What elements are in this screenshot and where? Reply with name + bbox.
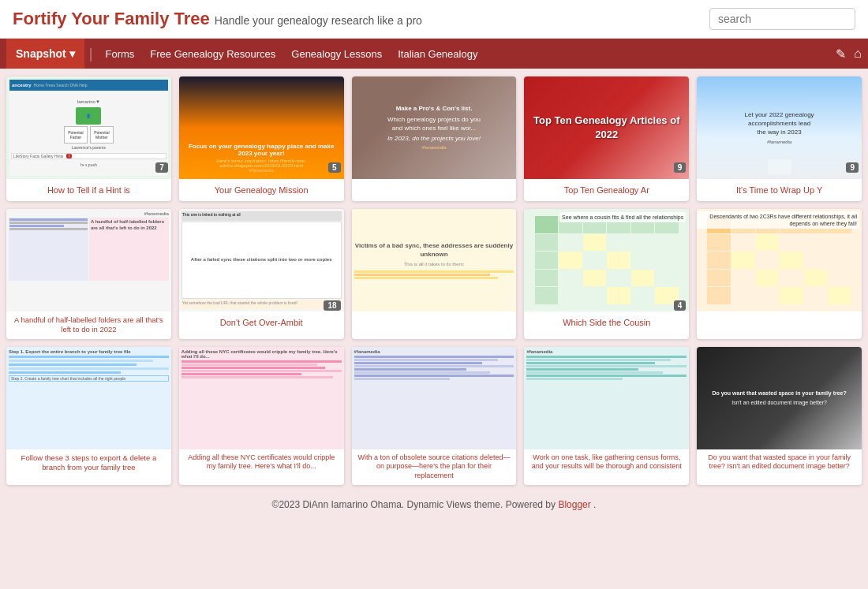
footer-blogger-link[interactable]: Blogger — [558, 499, 590, 510]
site-title-sub: Handle your genealogy research like a pr… — [215, 14, 422, 27]
card-hint[interactable]: ancestry Home Trees Search DNA Help lama… — [6, 76, 171, 201]
edit-icon[interactable]: ✎ — [836, 47, 846, 62]
footer-end: . — [593, 499, 596, 510]
page-header: Fortify Your Family Tree Handle your gen… — [0, 0, 868, 39]
card-13-title: With a ton of obsolete source citations … — [352, 449, 517, 485]
card-1-badge: 7 — [155, 162, 168, 173]
card-bad-sync[interactable]: Victims of a bad sync, these addresses a… — [352, 209, 517, 339]
site-title-main: Fortify Your Family Tree — [13, 9, 210, 29]
footer-text: ©2023 DiAnn Iamarino Ohama. Dynamic View… — [272, 499, 556, 510]
card-3-title — [352, 179, 517, 201]
snapshot-button[interactable]: Snapshot ▾ — [6, 39, 84, 69]
card-4-badge: 9 — [674, 162, 687, 173]
nav-item-forms[interactable]: Forms — [97, 42, 142, 66]
card-5-badge: 9 — [846, 162, 859, 173]
card-top-ten[interactable]: Top Ten Genealogy Articles of 2022 9 Top… — [524, 76, 689, 201]
card-pros-cons[interactable]: Make a Pro's & Con's list. Which genealo… — [352, 76, 517, 201]
nav-item-lessons[interactable]: Genealogy Lessons — [283, 42, 390, 66]
card-mission[interactable]: Focus on your genealogy happy place and … — [179, 76, 344, 201]
card-10-title — [697, 311, 862, 334]
card-9-badge: 4 — [674, 300, 687, 311]
main-content: ancestry Home Trees Search DNA Help lama… — [0, 69, 868, 493]
card-census[interactable]: #fanamedia Work on one task, like gather… — [524, 347, 689, 485]
home-icon[interactable]: ⌂ — [854, 47, 862, 62]
card-folders[interactable]: #fanamedia A handful of half-labelled fo… — [6, 209, 171, 339]
nav-item-italian[interactable]: Italian Genealogy — [390, 42, 485, 66]
navigation-bar: Snapshot ▾ | Forms Free Genealogy Resour… — [0, 39, 868, 69]
search-input[interactable] — [709, 8, 855, 30]
card-document[interactable]: Do you want that wasted space in your fa… — [697, 347, 862, 485]
card-7-title: Don't Get Over-Ambit — [179, 311, 344, 334]
card-wrap-up[interactable]: Let your 2022 genealogy accomplishments … — [697, 76, 862, 201]
card-descendants[interactable]: Descendants of two 2C3Rs have different … — [697, 209, 862, 339]
card-4-title: Top Ten Genealogy Ar — [524, 179, 689, 201]
card-15-title: Do you want that wasted space in your fa… — [697, 449, 862, 475]
card-export[interactable]: Step 1. Export the entire branch to your… — [6, 347, 171, 485]
chevron-icon: ▾ — [69, 47, 75, 60]
card-14-title: Work on one task, like gathering census … — [524, 449, 689, 475]
card-nyc[interactable]: Adding all these NYC certificates would … — [179, 347, 344, 485]
nav-item-free-genealogy[interactable]: Free Genealogy Resources — [142, 42, 283, 66]
card-11-title: Follow these 3 steps to export & delete … — [6, 449, 171, 477]
card-5-title: It's Time to Wrap Up Y — [697, 179, 862, 201]
card-8-title — [352, 311, 517, 334]
card-7-badge: 18 — [324, 300, 340, 311]
nav-actions: ✎ ⌂ — [836, 47, 862, 62]
nav-divider: | — [89, 46, 93, 62]
card-12-title: Adding all these NYC certificates would … — [179, 449, 344, 475]
snapshot-label: Snapshot — [16, 47, 66, 60]
card-cousin-chart[interactable]: See where a cousin fits & find all the r… — [524, 209, 689, 339]
card-sources[interactable]: #fanamedia With a ton of obsolete source… — [352, 347, 517, 485]
card-1-title: How to Tell if a Hint is — [6, 179, 171, 201]
cards-grid: ancestry Home Trees Search DNA Help lama… — [6, 76, 862, 485]
card-6-title: A handful of half-labelled folders are a… — [6, 311, 171, 339]
card-2-badge: 5 — [328, 162, 341, 173]
card-overambit[interactable]: This one is linked to nothing at all Aft… — [179, 209, 344, 339]
card-9-title: Which Side the Cousin — [524, 311, 689, 334]
page-footer: ©2023 DiAnn Iamarino Ohama. Dynamic View… — [0, 493, 868, 516]
card-2-title: Your Genealogy Mission — [179, 179, 344, 201]
